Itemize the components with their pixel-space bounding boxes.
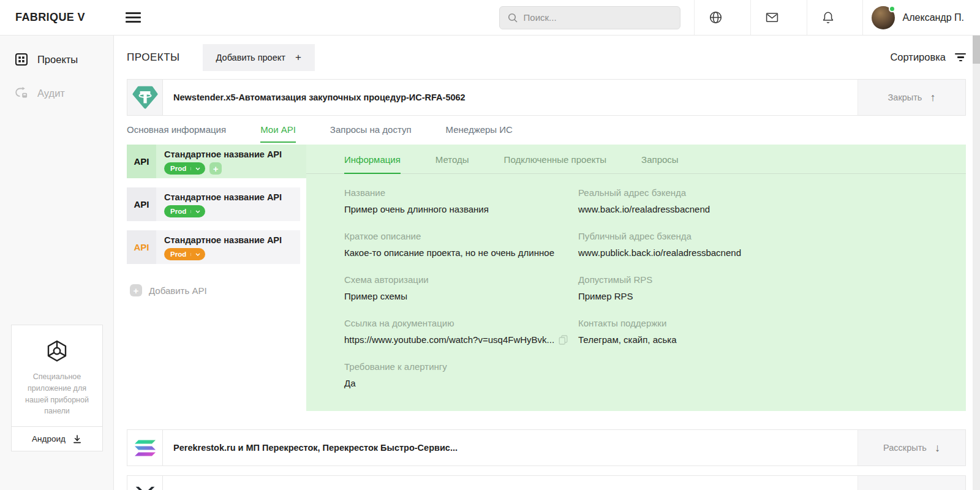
- plus-icon: +: [295, 51, 301, 64]
- app-promo-card: Специальное приложение для нашей приборн…: [11, 325, 103, 451]
- project-tabs: Основная информация Мои API Запросы на д…: [127, 116, 966, 143]
- field-real-backend-address: Реальный адрес бэкенда www.back.io/reala…: [578, 187, 741, 214]
- app-logo: FABRIQUE V: [15, 11, 85, 24]
- add-api-button[interactable]: + Добавить API: [127, 284, 306, 296]
- api-abbr: API: [127, 145, 156, 178]
- project-title: Newstender.x5-Автоматизация закупочных п…: [163, 80, 466, 115]
- project-card-expanded: Newstender.x5-Автоматизация закупочных п…: [127, 79, 966, 116]
- field-public-backend-address: Публичный адрес бэкенда www.publick.back…: [578, 231, 741, 258]
- tab-is-managers[interactable]: Менеджеры ИС: [446, 124, 513, 143]
- xrp-icon: [134, 486, 156, 490]
- down-arrow-icon: ↓: [935, 488, 940, 490]
- project-title: Perekrestok.ru и МП Перекресток, Перекре…: [163, 430, 458, 466]
- tab-my-api[interactable]: Мои API: [260, 124, 296, 143]
- field-value: Какое-то описание проекта, но не очень д…: [344, 247, 578, 258]
- field-alerting-requirement: Требование к алертингу Да: [344, 361, 578, 388]
- search-icon: [507, 12, 518, 23]
- field-documentation-link: Ссылка на документацию https://www.youtu…: [344, 318, 578, 345]
- api-name: Стандартное название API: [164, 235, 282, 245]
- android-download-button[interactable]: Андроид: [12, 426, 102, 451]
- add-project-button[interactable]: Добавить проект +: [203, 44, 315, 71]
- field-value: Пример очень длинного названия: [344, 204, 578, 214]
- sort-button[interactable]: Сортировка: [890, 51, 966, 63]
- api-list: API Стандартное название API Prod: [127, 145, 306, 411]
- add-project-label: Добавить проект: [216, 53, 285, 62]
- api-abbr: API: [127, 187, 156, 221]
- main-content: ПРОЕКТЫ Добавить проект + Сортировка: [114, 36, 980, 490]
- copy-link-button[interactable]: [559, 335, 568, 345]
- notifications-button[interactable]: [807, 10, 849, 24]
- project-card-collapsed: Perekrestok.ru и МП Перекресток, Перекре…: [127, 429, 966, 466]
- solana-icon: [135, 440, 156, 456]
- bell-icon: [821, 10, 835, 24]
- tab-access-requests[interactable]: Запросы на доступ: [330, 124, 412, 143]
- env-badge[interactable]: Prod: [164, 205, 205, 217]
- project-logo-cell: [127, 430, 163, 466]
- tab-requests[interactable]: Запросы: [641, 154, 679, 173]
- project-logo-cell: [127, 476, 163, 490]
- projects-toolbar: ПРОЕКТЫ Добавить проект + Сортировка: [127, 36, 966, 79]
- tab-main-info[interactable]: Основная информация: [127, 124, 226, 143]
- page-title: ПРОЕКТЫ: [127, 51, 180, 64]
- sidebar-item-projects[interactable]: Проекты: [0, 47, 113, 72]
- search-box[interactable]: [499, 6, 680, 29]
- expand-project-button[interactable]: Расскрыть ↓: [858, 430, 965, 466]
- field-label: Название: [344, 187, 578, 198]
- top-header: FABRIQUE V: [0, 0, 980, 36]
- up-arrow-icon: ↑: [930, 91, 935, 104]
- field-value: Телеграм, скайп, аська: [578, 334, 741, 345]
- search-input[interactable]: [524, 12, 673, 23]
- field-short-description: Краткое описание Какое-то описание проек…: [344, 231, 578, 258]
- api-item[interactable]: API Стандартное название API Prod: [127, 230, 300, 264]
- messages-button[interactable]: [751, 10, 793, 24]
- language-button[interactable]: [695, 10, 737, 24]
- field-label: Ссылка на документацию: [344, 318, 578, 328]
- scrollbar-thumb[interactable]: [973, 36, 980, 64]
- down-arrow-icon: ↓: [935, 442, 940, 454]
- api-detail-panel: Информация Методы Подключенные проекты З…: [306, 145, 966, 411]
- field-name: Название Пример очень длинного названия: [344, 187, 578, 214]
- app-promo-text: Специальное приложение для нашей приборн…: [12, 371, 102, 426]
- api-item[interactable]: API Стандартное название API Prod: [127, 145, 306, 178]
- tab-information[interactable]: Информация: [344, 154, 401, 174]
- project-logo-cell: [127, 80, 163, 115]
- add-env-button[interactable]: +: [209, 162, 222, 175]
- field-value: Пример схемы: [344, 291, 578, 301]
- env-label: Prod: [170, 251, 186, 258]
- chevron-down-icon: [190, 167, 200, 170]
- audit-icon: [15, 86, 28, 100]
- sidebar-item-label: Аудит: [37, 88, 65, 99]
- env-label: Prod: [170, 165, 186, 172]
- scrollbar-track[interactable]: [973, 36, 980, 490]
- tab-methods[interactable]: Методы: [435, 154, 469, 173]
- tab-connected-projects[interactable]: Подключенные проекты: [504, 154, 607, 173]
- add-api-label: Добавить API: [149, 285, 207, 296]
- app-cube-icon: [45, 339, 69, 363]
- api-abbr: API: [127, 230, 156, 264]
- env-label: Prod: [170, 208, 186, 215]
- android-download-label: Андроид: [32, 434, 66, 443]
- chevron-down-icon: [190, 253, 200, 256]
- field-label: Публичный адрес бэкенда: [578, 231, 741, 241]
- env-badge[interactable]: Prod: [164, 162, 205, 175]
- env-badge[interactable]: Prod: [164, 248, 205, 260]
- filter-icon: [955, 53, 966, 62]
- tether-icon: [132, 85, 158, 110]
- api-item[interactable]: API Стандартное название API Prod: [127, 187, 300, 221]
- field-label: Требование к алертингу: [344, 361, 578, 372]
- hamburger-icon: [126, 12, 141, 14]
- field-auth-scheme: Схема авторизации Пример схемы: [344, 274, 578, 301]
- field-allowed-rps: Допустимый RPS Пример RPS: [578, 274, 741, 301]
- field-label: Краткое описание: [344, 231, 578, 241]
- field-value: www.publick.back.io/realadressbacnend: [578, 247, 741, 258]
- avatar[interactable]: [872, 6, 895, 29]
- expand-project-button[interactable]: Расскрыть ↓: [858, 476, 965, 490]
- api-name: Стандартное название API: [164, 149, 282, 159]
- field-label: Реальный адрес бэкенда: [578, 187, 741, 198]
- sidebar-item-audit[interactable]: Аудит: [0, 80, 113, 106]
- field-support-contacts: Контакты поддержки Телеграм, скайп, аськ…: [578, 318, 741, 345]
- user-menu[interactable]: Александр П.: [863, 6, 980, 29]
- menu-button[interactable]: [123, 10, 143, 25]
- close-project-button[interactable]: Закрыть ↑: [858, 80, 965, 115]
- chevron-down-icon: [190, 210, 200, 213]
